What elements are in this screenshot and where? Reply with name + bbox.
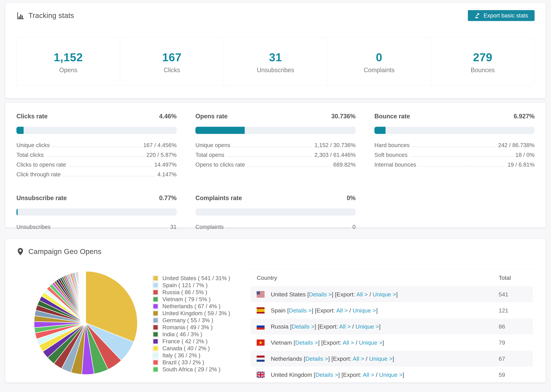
geo-section-title: Campaign Geo Opens bbox=[28, 247, 101, 256]
summary-stats-row: 1,152Opens167Clicks31Unsubscribes0Compla… bbox=[16, 37, 535, 86]
legend-swatch bbox=[152, 345, 159, 351]
export-all-link[interactable]: All > bbox=[356, 291, 368, 298]
legend-item: Netherlands ( 67 / 4% ) bbox=[152, 303, 230, 310]
stat-value: 0 bbox=[329, 51, 429, 64]
geo-pie-chart bbox=[31, 268, 141, 378]
geo-table-row-es: Spain [Details >] [Export: All > / Uniqu… bbox=[251, 302, 533, 318]
es-flag-icon bbox=[257, 307, 265, 314]
legend-label: Romania ( 49 / 3% ) bbox=[162, 324, 212, 331]
tracking-stats-card: Tracking stats Export basic stats 1,152O… bbox=[5, 3, 546, 98]
export-all-link[interactable]: All > bbox=[343, 339, 354, 346]
dotted-leader bbox=[226, 229, 350, 229]
geo-header: Campaign Geo Opens bbox=[11, 239, 540, 264]
legend-item: Romania ( 49 / 3% ) bbox=[152, 324, 230, 331]
dotted-leader bbox=[410, 156, 513, 157]
legend-swatch bbox=[152, 352, 159, 358]
legend-item: Spain ( 121 / 7% ) bbox=[152, 282, 230, 289]
rates-grid: Clicks rate4.46%Unique clicks167 / 4.456… bbox=[5, 103, 546, 243]
dotted-leader bbox=[418, 166, 505, 167]
legend-swatch bbox=[152, 275, 159, 281]
details-link[interactable]: Details > bbox=[309, 291, 332, 298]
vn-flag-icon bbox=[257, 339, 265, 346]
rate-row: Total clicks220 / 5.87% bbox=[16, 149, 177, 159]
rate-title: Complaints rate bbox=[195, 195, 242, 202]
geo-title-row: Campaign Geo Opens bbox=[16, 247, 101, 256]
geo-table-row-vn: Vietnam [Details >] [Export: All > / Uni… bbox=[251, 335, 533, 351]
legend-swatch bbox=[152, 303, 159, 309]
legend-label: Spain ( 121 / 7% ) bbox=[162, 282, 208, 288]
stat-cell-complaints: 0Complaints bbox=[327, 37, 431, 86]
export-unique-link[interactable]: Unique > bbox=[359, 339, 382, 346]
map-pin-icon bbox=[16, 248, 24, 256]
rate-row: Unique clicks167 / 4.456% bbox=[16, 140, 177, 149]
rate-value: 0% bbox=[347, 195, 356, 202]
legend-item: Germany ( 55 / 3% ) bbox=[152, 317, 230, 324]
dotted-leader bbox=[52, 147, 141, 147]
legend-label: Netherlands ( 67 / 4% ) bbox=[162, 303, 220, 309]
export-all-link[interactable]: All > bbox=[339, 323, 351, 330]
legend-swatch bbox=[152, 296, 159, 302]
dotted-leader bbox=[63, 176, 155, 176]
country-cell: Netherlands [Details >] [Export: All > /… bbox=[271, 355, 499, 362]
rate-row: Unsubscribes31 bbox=[16, 222, 177, 231]
dotted-leader bbox=[68, 166, 152, 167]
rate-value: 4.46% bbox=[159, 113, 177, 120]
geo-legend: United States ( 541 / 31% )Spain ( 121 /… bbox=[152, 275, 230, 373]
legend-item: United Kingdom ( 59 / 3% ) bbox=[152, 310, 230, 317]
export-unique-link[interactable]: Unique > bbox=[355, 323, 379, 330]
nl-flag-icon bbox=[257, 356, 265, 362]
total-cell: 67 bbox=[499, 355, 533, 362]
rate-progress-bar bbox=[16, 209, 177, 216]
details-link[interactable]: Details > bbox=[289, 307, 312, 314]
rate-block-complaints-rate: Complaints rate0%Complaints0 bbox=[195, 195, 356, 231]
details-link[interactable]: Details > bbox=[315, 371, 338, 378]
rate-block-bounce-rate: Bounce rate6.927%Hard bounces242 / 86.73… bbox=[374, 113, 535, 179]
export-unique-link[interactable]: Unique > bbox=[379, 371, 403, 378]
legend-item: France ( 42 / 2% ) bbox=[152, 338, 230, 345]
ru-flag-icon bbox=[257, 323, 265, 329]
legend-label: Canada ( 40 / 2% ) bbox=[162, 345, 210, 352]
export-all-link[interactable]: All > bbox=[363, 371, 374, 378]
geo-table-row-nl: Netherlands [Details >] [Export: All > /… bbox=[251, 351, 533, 367]
rate-progress-bar bbox=[16, 127, 177, 134]
stat-label: Clicks bbox=[122, 67, 222, 74]
rate-block-unsubscribe-rate: Unsubscribe rate0.77%Unsubscribes31 bbox=[16, 195, 177, 231]
export-unique-link[interactable]: Unique > bbox=[353, 307, 376, 314]
stat-cell-unsubscribes: 31Unsubscribes bbox=[224, 37, 327, 86]
legend-label: Vietnam ( 79 / 5% ) bbox=[162, 296, 211, 302]
export-basic-stats-button[interactable]: Export basic stats bbox=[468, 10, 535, 21]
details-link[interactable]: Details > bbox=[295, 339, 318, 346]
legend-item: United States ( 541 / 31% ) bbox=[152, 275, 230, 282]
geo-table-header: Country Total bbox=[251, 269, 533, 286]
export-unique-link[interactable]: Unique > bbox=[369, 355, 393, 362]
export-all-link[interactable]: All > bbox=[336, 307, 348, 314]
legend-swatch bbox=[152, 366, 159, 372]
export-icon bbox=[474, 13, 480, 19]
campaign-geo-opens-card: Campaign Geo Opens United States ( 541 /… bbox=[5, 238, 546, 383]
rate-title: Bounce rate bbox=[374, 113, 410, 120]
legend-label: United Kingdom ( 59 / 3% ) bbox=[162, 310, 230, 317]
total-cell: 86 bbox=[499, 323, 533, 330]
details-link[interactable]: Details > bbox=[292, 323, 315, 330]
legend-label: Russia ( 86 / 5% ) bbox=[162, 289, 207, 295]
rate-title: Clicks rate bbox=[16, 113, 48, 120]
rate-progress-fill bbox=[374, 127, 386, 134]
tracking-stats-header: Tracking stats Export basic stats bbox=[11, 3, 540, 28]
export-all-link[interactable]: All > bbox=[353, 355, 364, 362]
country-cell: Vietnam [Details >] [Export: All > / Uni… bbox=[271, 339, 499, 346]
dotted-leader bbox=[233, 147, 312, 147]
dotted-leader bbox=[46, 156, 144, 157]
export-unique-link[interactable]: Unique > bbox=[373, 291, 396, 298]
legend-swatch bbox=[152, 289, 159, 295]
country-cell: Russia [Details >] [Export: All > / Uniq… bbox=[271, 323, 499, 330]
country-cell: United States [Details >] [Export: All >… bbox=[271, 291, 499, 298]
details-link[interactable]: Details > bbox=[305, 355, 328, 362]
geo-table: Country Total United States [Details >] … bbox=[251, 269, 533, 383]
legend-label: Italy ( 36 / 2% ) bbox=[162, 352, 200, 359]
legend-item: Russia ( 86 / 5% ) bbox=[152, 289, 230, 296]
total-cell: 79 bbox=[499, 339, 533, 346]
rate-row: Click through rate4.147% bbox=[16, 169, 177, 179]
stat-label: Opens bbox=[18, 67, 118, 74]
legend-item: Brazil ( 33 / 2% ) bbox=[152, 359, 230, 366]
geo-table-row-gb: United Kingdom [Details >] [Export: All … bbox=[251, 367, 533, 383]
